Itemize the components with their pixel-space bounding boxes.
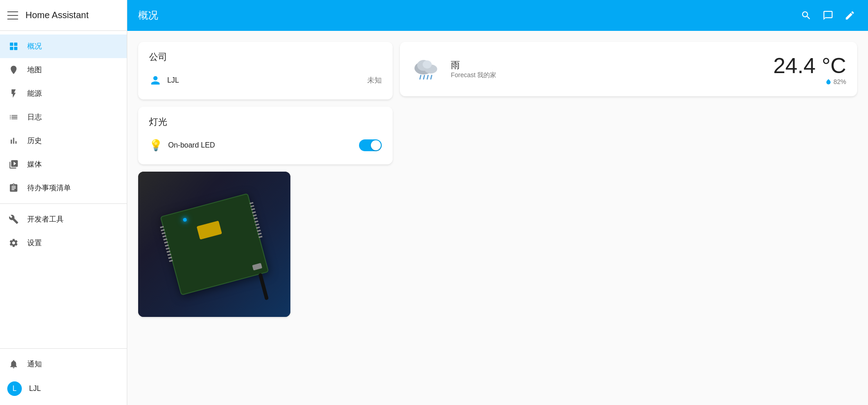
sidebar-item-developer[interactable]: 开发者工具 — [0, 207, 127, 231]
app-title: Home Assistant — [25, 10, 89, 20]
svg-line-12 — [431, 75, 432, 79]
cards-row-3 — [138, 172, 857, 317]
gear-icon — [7, 237, 20, 249]
person-location-icon — [7, 64, 20, 76]
page-title: 概况 — [138, 9, 799, 22]
sidebar-item-media-label: 媒体 — [27, 160, 42, 169]
grid-icon — [7, 40, 20, 53]
weather-condition: 雨 — [451, 59, 766, 71]
sidebar-item-map-label: 地图 — [27, 65, 42, 75]
svg-line-9 — [420, 75, 421, 79]
sidebar-footer: 通知 L LJL — [0, 348, 127, 405]
pcb-board — [160, 193, 269, 296]
weather-cloud-icon — [411, 51, 444, 87]
light-row: 💡 On-board LED — [149, 135, 382, 155]
wrench-icon — [7, 213, 20, 226]
avatar: L — [7, 381, 22, 396]
weather-card: 雨 Forecast 我的家 24.4 °C 82% — [400, 42, 857, 96]
company-card-title: 公司 — [149, 51, 382, 63]
sidebar-item-notifications[interactable]: 通知 — [0, 352, 127, 376]
cards-row-2: 灯光 💡 On-board LED — [138, 107, 857, 164]
sidebar: Home Assistant 概况 地图 — [0, 0, 127, 405]
svg-rect-3 — [14, 47, 17, 50]
camera-image — [138, 172, 290, 317]
person-row: LJL 未知 — [149, 70, 382, 90]
svg-rect-1 — [14, 43, 17, 46]
nav-divider — [0, 203, 127, 204]
svg-rect-0 — [10, 43, 13, 46]
sidebar-item-user-label: LJL — [29, 385, 41, 393]
sidebar-item-energy[interactable]: 能源 — [0, 82, 127, 105]
camera-card — [138, 172, 290, 317]
clipboard-icon — [7, 182, 20, 194]
sidebar-item-settings-label: 设置 — [27, 238, 42, 248]
sidebar-item-energy-label: 能源 — [27, 89, 42, 99]
weather-temp-area: 24.4 °C 82% — [773, 53, 846, 85]
light-name: On-board LED — [168, 141, 215, 149]
sidebar-item-logbook-label: 日志 — [27, 113, 42, 122]
person-name: LJL — [167, 76, 179, 84]
sidebar-item-overview-label: 概况 — [27, 42, 42, 51]
weather-content: 雨 Forecast 我的家 24.4 °C 82% — [411, 51, 846, 87]
sidebar-item-map[interactable]: 地图 — [0, 58, 127, 82]
list-icon — [7, 111, 20, 123]
sidebar-item-todo[interactable]: 待办事项清单 — [0, 176, 127, 200]
svg-point-8 — [423, 60, 432, 69]
svg-rect-2 — [10, 47, 13, 50]
pcb-pins-left — [160, 226, 173, 262]
weather-humidity: 82% — [773, 78, 846, 85]
topbar: 概况 — [127, 0, 868, 31]
play-icon — [7, 158, 20, 171]
chat-icon[interactable] — [821, 8, 835, 23]
sidebar-nav: 概况 地图 能源 — [0, 31, 127, 348]
pcb-chip — [196, 221, 222, 240]
sidebar-header: Home Assistant — [0, 0, 127, 31]
sidebar-item-overview[interactable]: 概况 — [0, 35, 127, 58]
toggle-knob — [371, 140, 381, 150]
light-info: 💡 On-board LED — [149, 139, 215, 152]
lights-card-title: 灯光 — [149, 116, 382, 128]
weather-info: 雨 Forecast 我的家 — [451, 59, 766, 79]
hamburger-menu-icon[interactable] — [7, 10, 18, 21]
svg-line-11 — [427, 75, 428, 79]
lightning-icon — [7, 87, 20, 100]
person-status: 未知 — [367, 76, 382, 85]
sidebar-item-notifications-label: 通知 — [27, 360, 42, 369]
edit-icon[interactable] — [843, 8, 857, 23]
pcb-pins-right — [249, 202, 262, 238]
company-card: 公司 LJL 未知 — [138, 42, 393, 99]
pcb-usb — [252, 263, 262, 271]
lights-card: 灯光 💡 On-board LED — [138, 107, 393, 164]
sidebar-item-user[interactable]: L LJL — [0, 376, 127, 401]
sidebar-item-history-label: 历史 — [27, 136, 42, 146]
topbar-actions — [799, 8, 857, 23]
pcb-cable — [258, 273, 269, 300]
sidebar-item-settings[interactable]: 设置 — [0, 231, 127, 255]
sidebar-item-media[interactable]: 媒体 — [0, 153, 127, 176]
bar-chart-icon — [7, 134, 20, 147]
svg-line-10 — [424, 75, 424, 79]
bulb-icon: 💡 — [149, 139, 163, 152]
cards-row-1: 公司 LJL 未知 — [138, 42, 857, 99]
sidebar-item-developer-label: 开发者工具 — [27, 215, 64, 224]
sidebar-item-history[interactable]: 历史 — [0, 129, 127, 153]
pcb-led — [182, 217, 187, 222]
sidebar-item-logbook[interactable]: 日志 — [0, 105, 127, 129]
person-icon — [149, 74, 162, 87]
sidebar-item-todo-label: 待办事项清单 — [27, 183, 71, 193]
led-toggle[interactable] — [359, 139, 382, 151]
person-info: LJL — [149, 74, 179, 87]
search-icon[interactable] — [799, 8, 813, 23]
main-content: 概况 公司 — [127, 0, 868, 405]
weather-temperature: 24.4 °C — [773, 53, 846, 78]
bell-icon — [7, 358, 20, 370]
content-area: 公司 LJL 未知 — [127, 31, 868, 405]
weather-location: Forecast 我的家 — [451, 71, 766, 79]
pcb-decoration — [138, 172, 290, 317]
